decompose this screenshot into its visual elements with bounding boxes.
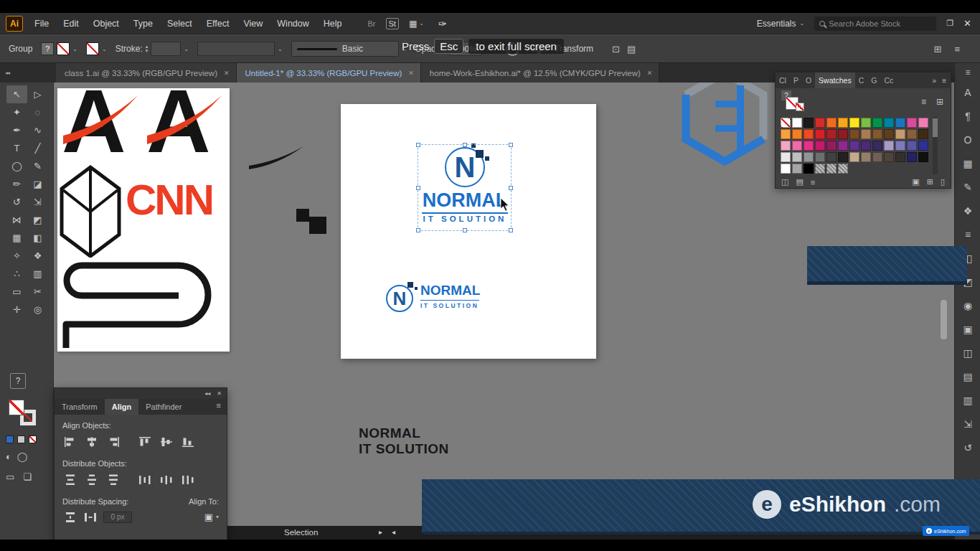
selection-handle[interactable] [509, 228, 513, 232]
tab-pathfinder[interactable]: Pathfinder [138, 399, 189, 415]
swatch-1-1[interactable] [792, 129, 802, 139]
dock-panel-icon[interactable]: ⊡ [612, 44, 620, 55]
eraser-tool[interactable]: ◪ [27, 175, 48, 193]
asset-export-panel-icon[interactable]: ⇲ [955, 413, 980, 435]
new-color-group-icon[interactable]: ▣ [912, 177, 919, 187]
swatch-0-2[interactable] [804, 118, 814, 128]
pencil-tool[interactable]: ✏ [6, 175, 27, 193]
swatch-1-0[interactable] [781, 129, 791, 139]
line-segment-tool[interactable]: ╱ [27, 139, 48, 157]
vertical-distribute-center-button[interactable] [84, 473, 100, 486]
swatch-3-6[interactable] [849, 152, 859, 162]
swatch-0-5[interactable] [838, 118, 848, 128]
new-swatch-icon[interactable]: ⊞ [927, 177, 933, 187]
search-input[interactable] [829, 19, 931, 28]
swatch-2-9[interactable] [884, 141, 894, 151]
column-graph-tool[interactable]: ▥ [27, 265, 48, 283]
horizontal-distribute-left-button[interactable] [137, 473, 153, 486]
artboard-tool[interactable]: ▭ [6, 283, 27, 301]
color-proxy-swatch[interactable] [29, 435, 37, 443]
swatch-3-7[interactable] [861, 152, 871, 162]
character-panel-icon[interactable]: A [955, 82, 980, 103]
brushes-panel-icon[interactable]: ✎ [955, 176, 980, 198]
swatch-1-9[interactable] [884, 129, 894, 139]
slice-tool[interactable]: ✂ [27, 283, 48, 301]
swatch-4-2[interactable] [804, 164, 814, 174]
normal-screen-mode-icon[interactable]: ▭ [6, 471, 14, 482]
horizontal-distribute-center-button[interactable] [159, 473, 174, 486]
arrange-documents-icon[interactable]: ▦ ⌄ [409, 19, 424, 29]
swatch-4-0[interactable] [781, 164, 791, 174]
blend-tool[interactable]: ❖ [27, 247, 48, 265]
lasso-tool[interactable]: ◌ [27, 103, 48, 121]
chevron-down-icon[interactable]: ⌄ [102, 46, 107, 52]
document-tab-2[interactable]: home-Work-Eshikhon.ai* @ 12.5% (CMYK/GPU… [421, 63, 660, 83]
app-logo[interactable]: Ai [6, 16, 23, 32]
swatch-0-8[interactable] [872, 118, 882, 128]
selection-handle[interactable] [463, 228, 467, 232]
swatch-1-5[interactable] [838, 129, 848, 139]
collapse-panel-icon[interactable]: ◂◂ [204, 390, 210, 397]
variable-width-profile-field[interactable] [197, 42, 275, 56]
expand-panel-icon[interactable]: » [933, 77, 937, 85]
dock-panel-icon[interactable]: ▤ [627, 44, 636, 55]
swatch-2-7[interactable] [861, 141, 871, 151]
swatch-2-0[interactable] [781, 141, 791, 151]
shape-builder-tool[interactable]: ◩ [27, 211, 48, 229]
swatch-2-4[interactable] [826, 141, 837, 151]
spacing-value-field[interactable]: 0 px [103, 512, 132, 523]
swatch-3-5[interactable] [838, 152, 848, 162]
opentype-panel-icon[interactable]: O [955, 129, 980, 151]
direct-selection-tool[interactable]: ▷ [27, 85, 48, 103]
artboard[interactable]: N NORMAL IT SOLUTION N [341, 104, 596, 359]
swatch-2-2[interactable] [804, 141, 814, 151]
close-panel-icon[interactable]: ✕ [217, 390, 222, 397]
black-square-artwork[interactable] [309, 217, 326, 234]
align-to-dropdown[interactable]: ▣ ▾ [204, 512, 219, 522]
pen-tool[interactable]: ✒ [6, 121, 27, 139]
tab-align[interactable]: Align [105, 399, 139, 415]
swatch-3-0[interactable] [781, 152, 791, 162]
panel-tab-o[interactable]: O [802, 72, 815, 88]
black-square-artwork[interactable] [296, 209, 309, 222]
swatch-4-3[interactable] [815, 164, 825, 174]
paintbrush-tool[interactable]: ✎ [27, 157, 48, 175]
vertical-align-top-button[interactable] [137, 435, 153, 448]
swatch-3-8[interactable] [872, 152, 882, 162]
swatch-3-3[interactable] [815, 152, 825, 162]
selection-handle[interactable] [416, 143, 420, 147]
cnn-logo-artwork[interactable]: CNN [126, 179, 212, 222]
swatch-0-11[interactable] [907, 118, 917, 128]
panel-tab-p[interactable]: P [790, 72, 802, 88]
canvas-text[interactable]: NORMAL IT SOLUTION [359, 425, 449, 457]
menu-type[interactable]: Type [126, 13, 160, 34]
help-tool[interactable]: ? [10, 373, 26, 389]
restore-window-icon[interactable]: ❐ [946, 19, 953, 28]
tab-transform[interactable]: Transform [55, 399, 105, 415]
vertical-distribute-space-button[interactable] [62, 510, 78, 524]
swatch-3-1[interactable] [792, 152, 802, 162]
swatch-scroll-thumb[interactable] [933, 118, 938, 137]
swatch-3-11[interactable] [907, 152, 917, 162]
menu-edit[interactable]: Edit [56, 13, 86, 34]
layers-panel-icon[interactable]: ▤ [955, 366, 980, 387]
swatch-4-4[interactable] [826, 164, 837, 174]
align-panel-header[interactable]: ◂◂ ✕ [55, 388, 227, 399]
swatch-1-7[interactable] [861, 129, 871, 139]
current-stroke-swatch[interactable] [796, 103, 804, 111]
panel-tab-c[interactable]: C [855, 72, 868, 88]
eyedropper-tool[interactable]: ✧ [6, 247, 27, 265]
paperclip-artwork[interactable] [57, 253, 222, 352]
fill-indicator[interactable]: ? [41, 42, 54, 55]
horizontal-align-right-button[interactable] [105, 435, 121, 448]
panel-tab-cl[interactable]: Cl [776, 72, 790, 88]
brush-definition-field[interactable]: Basic [291, 41, 399, 57]
swatch-2-5[interactable] [838, 141, 848, 151]
hexagon-badge-artwork[interactable] [59, 164, 122, 258]
workspace-switcher[interactable]: Essentials ⌄ [757, 19, 804, 29]
control-menu-icon[interactable]: ≡ [954, 44, 960, 55]
horizontal-align-center-button[interactable] [84, 435, 100, 448]
history-panel-icon[interactable]: ↺ [955, 437, 980, 458]
stroke-swatch[interactable] [86, 42, 99, 55]
stroke-weight-field[interactable] [151, 42, 181, 56]
